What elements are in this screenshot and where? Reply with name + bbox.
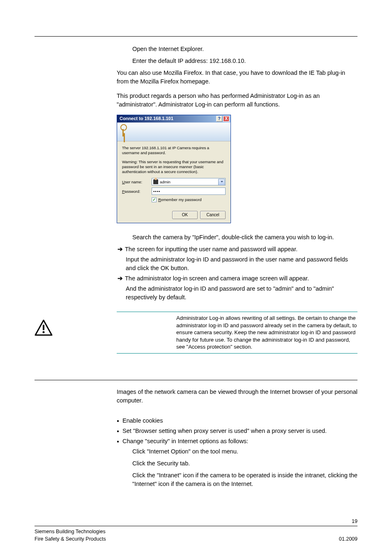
username-field[interactable]: admin xyxy=(152,178,226,185)
page-footer: 19 Siemens Building Technologies Fire Sa… xyxy=(35,518,357,543)
firefox-note: You can also use Mozilla Firefox. In tha… xyxy=(117,69,357,86)
warning-icon xyxy=(35,319,53,336)
dialog-banner xyxy=(117,123,231,141)
remember-checkbox[interactable]: ✓ xyxy=(152,197,157,202)
dialog-titlebar: Connect to 192.168.1.101 ? X xyxy=(117,115,231,123)
bullet-cookies: Enable cookies xyxy=(117,416,357,425)
footer-date: 01.2009 xyxy=(339,535,357,543)
step-enter-ip: Enter the default IP address: 192.168.0.… xyxy=(132,57,357,65)
bullet-security: Change "security" in Internet options as… xyxy=(117,437,357,446)
warning-box: Administrator Log-in allows rewriting of… xyxy=(117,312,357,354)
dialog-server-msg: The server 192.168.1.101 at IP Camera re… xyxy=(122,146,226,155)
result-admin-screen: The administrator log-in screen and came… xyxy=(118,274,357,283)
default-creds-note: And the administrator log-in ID and pass… xyxy=(126,284,357,302)
section-divider-2 xyxy=(35,380,357,380)
username-label: User name: xyxy=(122,179,152,185)
user-icon xyxy=(153,179,158,184)
footer-division: Fire Safety & Security Products xyxy=(35,535,106,543)
help-icon[interactable]: ? xyxy=(216,116,222,122)
substep-intranet-icon: Click the "Intranet" icon if the camera … xyxy=(132,471,357,488)
bullet-proxy: Set "Browser setting when proxy server i… xyxy=(117,427,357,435)
close-icon[interactable]: X xyxy=(223,116,229,122)
admin-note: This product regards a person who has pe… xyxy=(117,92,357,109)
cancel-button[interactable]: Cancel xyxy=(200,211,226,219)
svg-rect-1 xyxy=(43,325,44,330)
keys-icon xyxy=(120,124,131,139)
section-divider xyxy=(35,36,357,37)
password-field[interactable]: •••• xyxy=(152,187,226,195)
substep-security-tab: Click the Security tab. xyxy=(132,459,357,468)
login-dialog: Connect to 192.168.1.101 ? X The server … xyxy=(117,115,231,223)
chevron-down-icon xyxy=(221,181,223,183)
ok-button[interactable]: OK xyxy=(172,211,198,219)
step-open-ie: Open the Internet Explorer. xyxy=(132,45,357,53)
footer-company: Siemens Building Technologies xyxy=(35,528,106,535)
intro-text: Images of the network camera can be view… xyxy=(117,388,357,405)
warning-text: Administrator Log-in allows rewriting of… xyxy=(176,314,357,351)
search-ipfinder: Search the camera by "IpFinder", double-… xyxy=(132,233,357,242)
dialog-title-text: Connect to 192.168.1.101 xyxy=(120,116,173,122)
password-label: Password: xyxy=(122,189,152,194)
result-input-screen: The screen for inputting the user name a… xyxy=(118,245,357,254)
dialog-warning-msg: Warning: This server is requesting that … xyxy=(122,160,226,174)
page-number: 19 xyxy=(35,518,357,525)
input-admin-step: Input the administrator log-in ID and pa… xyxy=(126,255,357,273)
substep-internet-option: Click "Internet Option" on the tool menu… xyxy=(132,447,357,456)
remember-label: Remember my password xyxy=(158,197,202,203)
svg-point-2 xyxy=(43,331,45,333)
